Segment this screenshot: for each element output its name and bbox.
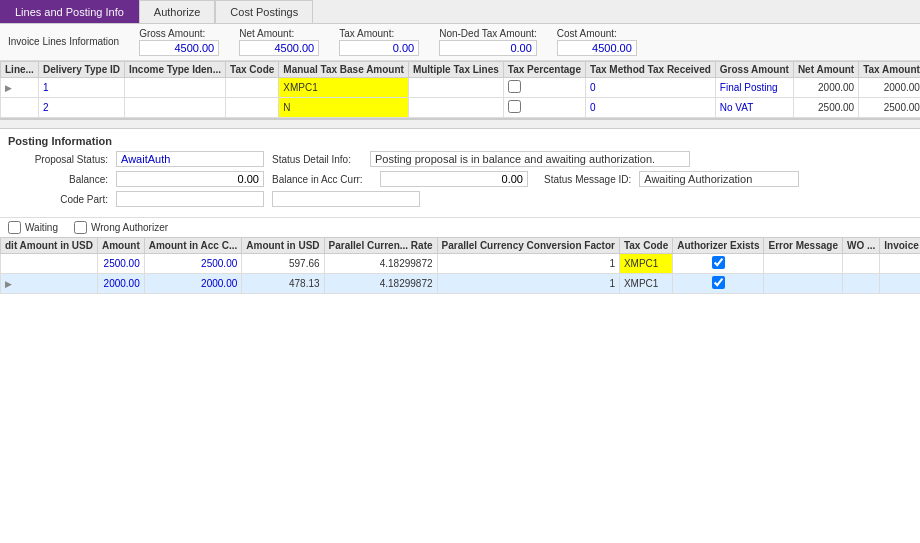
col-b-wo: WO ...: [842, 238, 879, 254]
checkboxes-row: Waiting Wrong Authorizer: [0, 218, 920, 237]
non-ded-tax-label: Non-Ded Tax Amount:: [439, 28, 537, 39]
wrong-authorizer-checkbox-item: Wrong Authorizer: [74, 221, 168, 234]
cell-b-wo: [842, 274, 879, 294]
status-detail-input: [370, 151, 690, 167]
waiting-label: Waiting: [25, 222, 58, 233]
bottom-grid-row[interactable]: 2500.00 2500.00 597.66 4.18299872 1 XMPC…: [1, 254, 921, 274]
col-b-errormsg: Error Message: [764, 238, 842, 254]
tabs-bar: Lines and Posting Info Authorize Cost Po…: [0, 0, 920, 24]
cell-multiple[interactable]: [503, 78, 585, 98]
non-ded-tax-value: 0.00: [439, 40, 537, 56]
balance-acc-curr-input: [380, 171, 528, 187]
code-part-input2[interactable]: [272, 191, 420, 207]
gross-amount-label: Gross Amount:: [139, 28, 219, 39]
main-grid: Line... Delivery Type ID Income Type Ide…: [0, 61, 920, 118]
col-header-line: Line...: [1, 62, 39, 78]
cell-taxpct: 0: [586, 78, 716, 98]
col-b-taxcode: Tax Code: [619, 238, 672, 254]
cell-b-wo: [842, 254, 879, 274]
cell-b-amtaccc: 478.13: [242, 274, 324, 294]
tab-authorize[interactable]: Authorize: [139, 0, 215, 23]
bottom-grid: dit Amount in USD Amount Amount in Acc C…: [0, 237, 920, 294]
cell-income: [226, 98, 279, 118]
cell-b-amtusd: 2500.00: [97, 254, 144, 274]
col-header-taxcode: Tax Code: [226, 62, 279, 78]
gross-amount-value: 4500.00: [139, 40, 219, 56]
col-header-net: Net Amount: [793, 62, 858, 78]
col-header-income: Income Type Iden...: [124, 62, 225, 78]
cell-manual-tax[interactable]: [408, 78, 503, 98]
main-grid-header-row: Line... Delivery Type ID Income Type Ide…: [1, 62, 921, 78]
tab-cost-postings[interactable]: Cost Postings: [215, 0, 313, 23]
cell-b-taxcode[interactable]: XMPC1: [619, 254, 672, 274]
cell-line[interactable]: 1: [38, 78, 124, 98]
bottom-grid-container: dit Amount in USD Amount Amount in Acc C…: [0, 237, 920, 294]
cell-b-parallelconv: 1: [437, 274, 619, 294]
col-b-amtaccc: Amount in Acc C...: [144, 238, 242, 254]
proposal-status-row: Proposal Status: Status Detail Info:: [8, 151, 912, 167]
cell-b-authexists[interactable]: [673, 254, 764, 274]
col-header-multiple: Multiple Tax Lines: [408, 62, 503, 78]
horizontal-scrollbar[interactable]: [0, 119, 920, 129]
cell-b-taxcode[interactable]: XMPC1: [619, 274, 672, 294]
cell-line[interactable]: 2: [38, 98, 124, 118]
cell-b-authexists[interactable]: [673, 274, 764, 294]
col-b-amount: Amount: [97, 238, 144, 254]
cell-b-amtaccc: 597.66: [242, 254, 324, 274]
balance-label: Balance:: [8, 174, 108, 185]
col-header-taxpct: Tax Percentage: [503, 62, 585, 78]
non-ded-tax-field: Non-Ded Tax Amount: 0.00: [439, 28, 537, 56]
net-amount-field: Net Amount: 4500.00: [239, 28, 319, 56]
cell-b-parallelrate: 4.18299872: [324, 274, 437, 294]
cell-b-parallelrate: 4.18299872: [324, 254, 437, 274]
cell-row-indicator: [1, 98, 39, 118]
code-part-input1[interactable]: [116, 191, 264, 207]
status-detail-label: Status Detail Info:: [272, 154, 362, 165]
cell-b-indicator: ▶: [1, 274, 98, 294]
gross-amount-field: Gross Amount: 4500.00: [139, 28, 219, 56]
col-b-amtusd: dit Amount in USD: [1, 238, 98, 254]
col-b-parallelrate: Parallel Curren... Rate: [324, 238, 437, 254]
waiting-checkbox[interactable]: [8, 221, 21, 234]
bottom-grid-header-row: dit Amount in USD Amount Amount in Acc C…: [1, 238, 921, 254]
cost-amount-value: 4500.00: [557, 40, 637, 56]
cell-b-amount: 2500.00: [144, 254, 242, 274]
col-header-gross: Gross Amount: [715, 62, 793, 78]
status-message-label: Status Message ID:: [544, 174, 631, 185]
main-grid-row[interactable]: ▶1XMPC10Final Posting2000.002000.000.000…: [1, 78, 921, 98]
col-header-manual-tax: Manual Tax Base Amount: [279, 62, 409, 78]
waiting-checkbox-item: Waiting: [8, 221, 58, 234]
col-b-authexists: Authorizer Exists: [673, 238, 764, 254]
cell-manual-tax[interactable]: [408, 98, 503, 118]
cell-taxmethod[interactable]: Final Posting: [715, 78, 793, 98]
cell-b-amount: 2000.00: [144, 274, 242, 294]
cell-taxcode[interactable]: N: [279, 98, 409, 118]
net-amount-value: 4500.00: [239, 40, 319, 56]
tax-amount-value: 0.00: [339, 40, 419, 56]
col-b-amtinusd: Amount in USD: [242, 238, 324, 254]
cell-b-indicator: [1, 254, 98, 274]
cell-taxmethod[interactable]: No VAT: [715, 98, 793, 118]
cell-multiple[interactable]: [503, 98, 585, 118]
cell-taxcode[interactable]: XMPC1: [279, 78, 409, 98]
cell-b-errormsg: [764, 254, 842, 274]
cost-amount-label: Cost Amount:: [557, 28, 637, 39]
proposal-status-input[interactable]: [116, 151, 264, 167]
bottom-grid-row[interactable]: ▶ 2000.00 2000.00 478.13 4.18299872 1 XM…: [1, 274, 921, 294]
col-header-taxmethod: Tax Method Tax Received: [586, 62, 716, 78]
main-grid-row[interactable]: 2N0No VAT2500.002500.000.000.000.00: [1, 98, 921, 118]
cell-income: [226, 78, 279, 98]
cell-b-invoiceinternal: [880, 274, 920, 294]
col-b-invoiceinternal: Invoice Internal: [880, 238, 920, 254]
tab-lines-posting-info[interactable]: Lines and Posting Info: [0, 0, 139, 23]
invoice-info-bar: Invoice Lines Information Gross Amount: …: [0, 24, 920, 61]
balance-acc-curr-label: Balance in Acc Curr:: [272, 174, 372, 185]
cell-gross: 2500.00: [793, 98, 858, 118]
invoice-lines-label: Invoice Lines Information: [8, 35, 119, 49]
cell-gross: 2000.00: [793, 78, 858, 98]
cell-delivery: [124, 98, 225, 118]
cell-b-invoiceinternal: [880, 254, 920, 274]
col-header-taxamt: Tax Amount: [859, 62, 920, 78]
wrong-authorizer-checkbox[interactable]: [74, 221, 87, 234]
cost-amount-field: Cost Amount: 4500.00: [557, 28, 637, 56]
